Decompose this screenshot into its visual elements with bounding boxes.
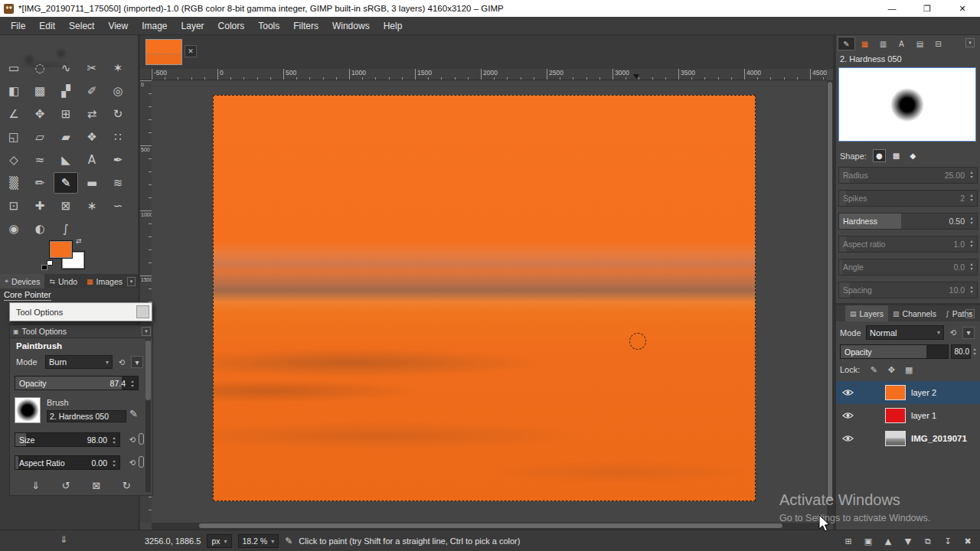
layer-row[interactable]: layer 2 bbox=[836, 381, 980, 404]
tab-channels[interactable]: ▥ Channels bbox=[888, 305, 941, 321]
default-colors-icon[interactable] bbox=[41, 260, 53, 270]
maximize-button[interactable]: ❐ bbox=[910, 0, 945, 17]
tab-undo[interactable]: ⇆ Undo bbox=[44, 274, 82, 289]
menu-item[interactable]: Select bbox=[62, 17, 101, 35]
mode-reset-icon[interactable]: ⟲ bbox=[116, 356, 128, 368]
spinner[interactable] bbox=[971, 345, 978, 357]
anchor-layer-button[interactable]: ↧ bbox=[940, 533, 956, 549]
tab-gradients[interactable]: ▥ bbox=[874, 37, 892, 51]
aspect-link-toggle[interactable] bbox=[139, 456, 144, 468]
tool-eraser[interactable]: ▬ bbox=[80, 172, 104, 194]
brush-thumbnail[interactable] bbox=[15, 397, 41, 423]
scrollbar-thumb[interactable] bbox=[145, 341, 151, 400]
close-button[interactable]: ✕ bbox=[945, 0, 980, 17]
image-tab-thumbnail[interactable] bbox=[145, 39, 182, 65]
tool-paths[interactable]: ∫ bbox=[54, 218, 78, 240]
save-preset-button[interactable]: ⇓ bbox=[31, 480, 40, 491]
tool-shear[interactable]: ▱ bbox=[28, 126, 52, 148]
layer-row[interactable]: layer 1 bbox=[836, 404, 980, 427]
menu-item[interactable]: Layer bbox=[175, 17, 211, 35]
brush-name-field[interactable]: 2. Hardness 050 bbox=[47, 410, 126, 422]
spikes-slider[interactable]: Spikes 2 bbox=[838, 190, 978, 207]
tab-tool-presets[interactable]: ⊟ bbox=[929, 37, 947, 51]
layer-mode-dropdown[interactable]: Normal bbox=[866, 325, 944, 340]
tool-rectangle-select[interactable]: ▭ bbox=[2, 57, 26, 79]
horizontal-scrollbar[interactable] bbox=[152, 523, 827, 530]
lock-pixels-button[interactable]: ✎ bbox=[867, 363, 880, 377]
tool-mypaint-brush[interactable]: ∗ bbox=[80, 195, 104, 217]
tool-free-select[interactable]: ∿ bbox=[54, 57, 78, 79]
layer-row[interactable]: IMG_2019071 bbox=[836, 427, 980, 450]
canvas-image[interactable] bbox=[213, 95, 756, 501]
tool-dodge-burn[interactable]: ◐ bbox=[28, 218, 52, 240]
visibility-toggle[interactable] bbox=[842, 435, 856, 442]
spinner[interactable] bbox=[968, 214, 975, 227]
edit-brush-icon[interactable]: ✎ bbox=[129, 408, 138, 419]
tool-zoom[interactable]: ◎ bbox=[106, 80, 130, 102]
tool-fuzzy-select[interactable]: ✶ bbox=[106, 57, 130, 79]
visibility-toggle[interactable] bbox=[842, 389, 856, 396]
mode-menu-button[interactable]: ▾ bbox=[962, 327, 975, 339]
spinner[interactable] bbox=[968, 283, 975, 295]
tool-warp-transform[interactable]: ≈ bbox=[28, 149, 52, 171]
tool-align[interactable]: ⊞ bbox=[54, 103, 78, 125]
shape-circle-button[interactable]: ● bbox=[873, 149, 886, 162]
spinner[interactable] bbox=[110, 434, 118, 446]
ruler-origin-button[interactable] bbox=[140, 69, 152, 80]
tab-palettes[interactable]: ▤ bbox=[911, 37, 929, 51]
aspect-reset-icon[interactable]: ⟲ bbox=[126, 456, 139, 468]
lock-position-button[interactable]: ✥ bbox=[884, 363, 898, 377]
duplicate-layer-button[interactable]: ⧉ bbox=[920, 533, 936, 549]
tool-select-by-color[interactable]: ◧ bbox=[2, 80, 26, 102]
spinner[interactable] bbox=[968, 237, 975, 249]
tool-options-tab[interactable]: ▣ Tool Options bbox=[10, 325, 152, 338]
scrollbar-thumb[interactable] bbox=[828, 82, 832, 501]
reset-tool-button[interactable]: ↻ bbox=[122, 480, 131, 491]
lower-layer-button[interactable]: ▼ bbox=[900, 533, 916, 549]
foreground-color-swatch[interactable] bbox=[49, 240, 73, 259]
tool-pencil[interactable]: ✏ bbox=[28, 172, 52, 194]
tool-rotate[interactable]: ↻ bbox=[106, 103, 130, 125]
scrollbar-thumb[interactable] bbox=[199, 523, 782, 528]
shape-diamond-button[interactable]: ◆ bbox=[906, 149, 920, 162]
size-slider[interactable]: Size 98.00 bbox=[15, 432, 120, 447]
link-column[interactable] bbox=[856, 427, 885, 450]
link-column[interactable] bbox=[856, 381, 885, 404]
visibility-toggle[interactable] bbox=[842, 412, 856, 419]
menu-item[interactable]: Filters bbox=[286, 17, 325, 35]
navigation-corner-button[interactable] bbox=[827, 523, 833, 530]
hardness-slider[interactable]: Hardness 0.50 bbox=[838, 213, 978, 230]
menu-item[interactable]: File bbox=[4, 17, 32, 35]
tool-handle-transform[interactable]: ∷ bbox=[106, 126, 130, 148]
new-group-button[interactable]: ▣ bbox=[861, 533, 876, 549]
spinner[interactable] bbox=[968, 260, 975, 272]
tool-ink[interactable]: ✒ bbox=[106, 149, 130, 171]
tool-text[interactable]: A bbox=[80, 149, 104, 171]
raise-layer-button[interactable]: ▲ bbox=[880, 533, 896, 549]
tool-perspective-clone[interactable]: ⊠ bbox=[54, 195, 78, 217]
zoom-dropdown[interactable]: 18.2 % bbox=[238, 534, 279, 548]
tab-fonts[interactable]: A bbox=[893, 37, 910, 51]
tool-blur-sharpen[interactable]: ◉ bbox=[2, 218, 26, 240]
radius-slider[interactable]: Radius 25.00 bbox=[838, 167, 978, 184]
mode-menu-button[interactable]: ▾ bbox=[131, 356, 143, 368]
save-device-status-button[interactable]: ⇓ bbox=[60, 534, 67, 545]
size-reset-icon[interactable]: ⟲ bbox=[126, 433, 139, 445]
tool-gradient[interactable]: ▒ bbox=[2, 172, 26, 194]
mode-switch-icon[interactable]: ⟲ bbox=[947, 327, 959, 339]
tab-menu-button[interactable] bbox=[142, 327, 151, 336]
delete-preset-button[interactable]: ⊠ bbox=[92, 480, 100, 491]
tab-menu-button[interactable] bbox=[127, 277, 136, 286]
tool-scissors-select[interactable]: ✂ bbox=[80, 57, 104, 79]
aspect-ratio-slider[interactable]: Aspect ratio 1.0 bbox=[838, 236, 978, 253]
vertical-scrollbar[interactable] bbox=[827, 80, 833, 523]
opacity-slider[interactable]: Opacity 87.4 bbox=[15, 376, 139, 390]
spacing-slider[interactable]: Spacing 10.0 bbox=[838, 282, 978, 298]
size-link-toggle[interactable] bbox=[139, 433, 144, 445]
layer-opacity-value[interactable]: 80.0 bbox=[951, 344, 971, 359]
tool-foreground-select[interactable]: ▩ bbox=[28, 80, 52, 102]
spinner[interactable] bbox=[110, 457, 118, 469]
tool-measure[interactable]: ∠ bbox=[2, 103, 26, 125]
spinner[interactable] bbox=[968, 191, 975, 204]
link-column[interactable] bbox=[856, 404, 885, 427]
